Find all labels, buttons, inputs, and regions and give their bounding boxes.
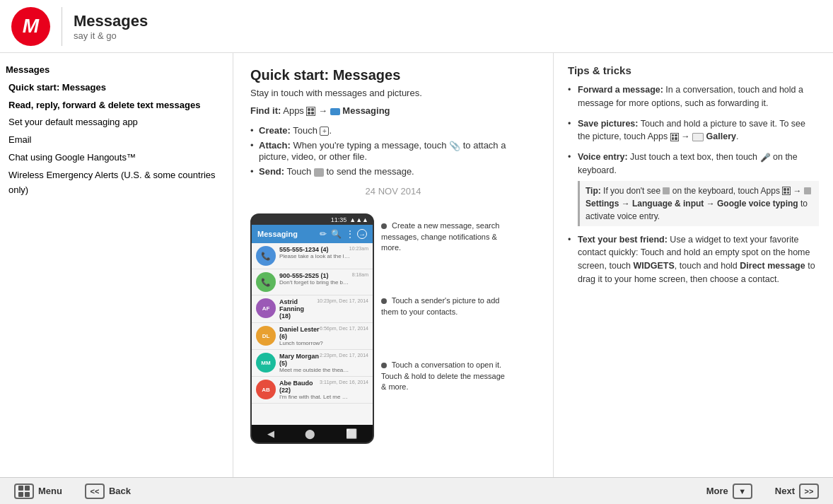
sidebar-item-emergency[interactable]: Wireless Emergency Alerts (U.S. & some c… (0, 167, 233, 199)
phone-signal: ▲▲▲ (349, 216, 368, 223)
callout-3: Touch a conversation to open it. Touch &… (381, 360, 508, 392)
phone-msg-item-2[interactable]: 📞 900-555-2525 (1) 8:18am Don't forget t… (252, 269, 373, 295)
tips-title: Tips & tricks (568, 64, 819, 76)
back-button[interactable]: << Back (79, 481, 136, 502)
phone-msg-body-5: Mary Morgan (5) 2:23pm, Dec 17, 2014 Mee… (279, 353, 368, 373)
find-it: Find it: Apps → Messaging (250, 105, 536, 116)
phone-msg-time-2: 8:18am (352, 272, 368, 279)
tip-save-label: Save pictures: (578, 119, 638, 129)
phone-msg-item-1[interactable]: 📞 555-555-1234 (4) 10:23am Please take a… (252, 243, 373, 269)
phone-msg-time-3: 10:23pm, Dec 17, 2014 (317, 298, 368, 320)
phone-avatar-2: 📞 (256, 272, 276, 292)
find-it-label: Find it: (250, 105, 281, 116)
bullets-list: Create: Touch +. Attach: When you're typ… (250, 123, 536, 179)
menu-button[interactable]: Menu (8, 481, 68, 502)
sidebar: Messages Quick start: Messages Read, rep… (0, 53, 233, 477)
phone-msg-name-6: Abe Baudo (22) (279, 380, 320, 394)
tip-save-pictures: Save pictures: Touch and hold a picture … (568, 117, 819, 144)
next-arrow-icon: >> (805, 487, 814, 496)
grid-icon (18, 486, 30, 497)
tip-box-voice: Tip: If you don't see on the keyboard, t… (578, 181, 819, 226)
phone-msg-body-3: Astrid Fanning (18) 10:23pm, Dec 17, 201… (279, 298, 368, 320)
phone-status-bar: 11:35 ▲▲▲ (252, 215, 373, 225)
phone-messaging-title: Messaging (257, 230, 320, 238)
tip-box-text: If you don't see on the keyboard, touch … (586, 186, 811, 221)
quickstart-subtitle: Stay in touch with messages and pictures… (250, 88, 536, 98)
phone-msg-name-2: 900-555-2525 (1) (279, 272, 329, 279)
footer-left: Menu << Back (8, 481, 689, 502)
phone-mockup: 11:35 ▲▲▲ Messaging ✏ 🔍 ⋮ → 📞 (250, 213, 374, 444)
next-button[interactable]: Next >> (769, 481, 825, 502)
phone-header-icons: ✏ 🔍 ⋮ (320, 229, 354, 239)
phone-avatar-1: 📞 (256, 246, 276, 266)
callout-dot-1 (381, 223, 387, 229)
phone-msg-name-1: 555-555-1234 (4) (279, 246, 329, 253)
phone-messaging-header: Messaging ✏ 🔍 ⋮ → (252, 225, 373, 243)
back-arrow-icon: << (91, 487, 100, 496)
menu-label: Menu (38, 486, 62, 496)
phone-msg-preview-2: Don't forget to bring the book when you … (279, 279, 350, 286)
phone-avatar-4[interactable]: DL (256, 326, 276, 346)
header: M Messages say it & go (0, 0, 833, 53)
bullet-attach: Attach: When you're typing a message, to… (250, 138, 536, 164)
callout-text-3: Touch a conversation to open it. Touch &… (381, 361, 505, 391)
tip-forward: Forward a message: In a conversation, to… (568, 83, 819, 110)
main-content: Messages Quick start: Messages Read, rep… (0, 53, 833, 477)
callout-text-2: Touch a sender's picture to add them to … (381, 296, 499, 315)
search-icon[interactable]: 🔍 (331, 229, 342, 239)
sidebar-item-messages[interactable]: Messages (0, 61, 233, 79)
callout-2: Touch a sender's picture to add them to … (381, 295, 508, 317)
phone-msg-body-6: Abe Baudo (22) 3:11pm, Dec 16, 2014 I'm … (279, 380, 368, 400)
right-content: Tips & tricks Forward a message: In a co… (554, 53, 833, 477)
sidebar-item-quickstart[interactable]: Quick start: Messages (0, 79, 233, 97)
sidebar-item-read-reply[interactable]: Read, reply, forward & delete text messa… (0, 97, 233, 115)
phone-container: 11:35 ▲▲▲ Messaging ✏ 🔍 ⋮ → 📞 (250, 206, 536, 444)
tip-voice-entry: Voice entry: Just touch a text box, then… (568, 151, 819, 226)
phone-msg-time-6: 3:11pm, Dec 16, 2014 (320, 380, 368, 394)
callout-1: Create a new message, search messages, c… (381, 221, 508, 253)
more-button[interactable]: More ▼ (701, 481, 758, 502)
phone-msg-preview-4: Lunch tomorrow? (279, 340, 350, 346)
callout-dot-1: → (357, 229, 367, 239)
phone-back-nav[interactable]: ◀ (267, 428, 274, 439)
next-label: Next (775, 486, 795, 496)
phone-time: 11:35 (331, 216, 347, 223)
bullet-create: Create: Touch +. (250, 123, 536, 138)
footer: Menu << Back More ▼ Next >> (0, 477, 833, 504)
phone-msg-item-3[interactable]: AF Astrid Fanning (18) 10:23pm, Dec 17, … (252, 295, 373, 323)
more-icon[interactable]: ⋮ (346, 229, 354, 239)
callouts-container: Create a new message, search messages, c… (374, 206, 508, 444)
next-button-icon: >> (799, 484, 819, 499)
tip-friend-label: Text your best friend: (578, 235, 668, 245)
sidebar-item-hangouts[interactable]: Chat using Google Hangouts™ (0, 149, 233, 167)
back-label: Back (109, 486, 131, 496)
phone-msg-item-6[interactable]: AB Abe Baudo (22) 3:11pm, Dec 16, 2014 I… (252, 377, 373, 404)
find-it-text: Apps → Messaging (283, 105, 390, 116)
callout-dot-3 (381, 363, 387, 368)
phone-msg-time-4: 6:56pm, Dec 17, 2014 (320, 326, 368, 340)
phone-avatar-3[interactable]: AF (256, 298, 276, 318)
phone-avatar-5[interactable]: MM (256, 353, 276, 373)
phone-msg-body-1: 555-555-1234 (4) 10:23am Please take a l… (279, 246, 368, 259)
logo-text: M (23, 15, 39, 37)
phone-recents-nav[interactable]: ⬜ (346, 428, 357, 439)
phone-msg-item-5[interactable]: MM Mary Morgan (5) 2:23pm, Dec 17, 2014 … (252, 350, 373, 377)
tip-forward-label: Forward a message: (578, 85, 663, 95)
footer-right: More ▼ Next >> (701, 481, 825, 502)
tip-best-friend: Text your best friend: Use a widget to t… (568, 233, 819, 286)
phone-msg-item-4[interactable]: DL Daniel Lester (6) 6:56pm, Dec 17, 201… (252, 323, 373, 350)
create-label: Create: (259, 125, 291, 136)
sidebar-item-default-app[interactable]: Set your default messaging app (0, 114, 233, 131)
phone-msg-name-3: Astrid Fanning (18) (279, 298, 317, 320)
compose-icon[interactable]: ✏ (320, 229, 327, 239)
motorola-logo: M (11, 7, 50, 46)
send-label: Send: (259, 166, 284, 177)
sidebar-item-email[interactable]: Email (0, 131, 233, 149)
phone-msg-time-1: 10:23am (349, 246, 368, 253)
more-button-icon: ▼ (733, 484, 752, 499)
tip-voice-label: Voice entry: (578, 152, 628, 162)
phone-avatar-6[interactable]: AB (256, 380, 276, 399)
callout-text-1: Create a new message, search messages, c… (381, 221, 499, 252)
more-label: More (706, 486, 728, 496)
phone-home-nav[interactable]: ⬤ (305, 428, 315, 439)
